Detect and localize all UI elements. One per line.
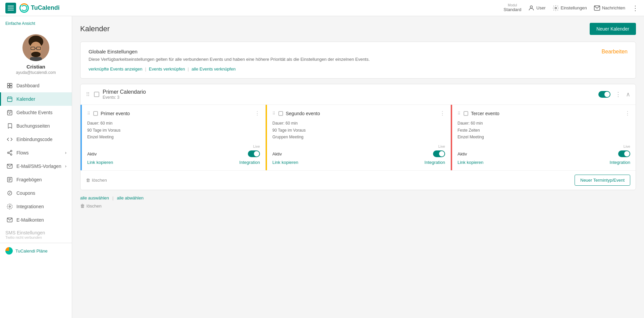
topnav: TuCalendi Modul Standard User Einstellun…: [0, 0, 644, 16]
trash-icon-calendar: 🗑: [86, 178, 90, 183]
mailkonten-icon: [6, 217, 13, 223]
svg-point-1: [530, 6, 533, 8]
sidebar-item-sms: SMS Einstellungen Twilio nicht verbunden: [0, 227, 72, 243]
event-dauer-3: Dauer: 60 min: [458, 121, 483, 126]
plans-label: TuCalendi Pläne: [15, 248, 48, 254]
sidebar-item-gebuchte-events[interactable]: Gebuchte Events: [0, 106, 72, 119]
gs-link-verknüpfte[interactable]: verknüpfte Events anzeigen: [89, 66, 142, 72]
gs-bearbeiten-button[interactable]: Bearbeiten: [602, 49, 628, 55]
event-checkbox-1[interactable]: [93, 111, 98, 116]
calendar-loeschen-button[interactable]: 🗑 löschen: [86, 178, 107, 183]
event-drag-handle-1[interactable]: ⠿: [87, 111, 91, 116]
einstellungen-nav-item[interactable]: Einstellungen: [552, 5, 587, 11]
svg-point-26: [10, 154, 12, 155]
gs-title: Globale Einstellungen: [89, 49, 602, 54]
gs-link-alle[interactable]: alle Events verknüpfen: [192, 66, 236, 72]
sidebar-item-fragebögen[interactable]: Fragebögen: [0, 173, 72, 186]
hamburger-button[interactable]: [5, 3, 16, 13]
main-content: Kalender Neuer Kalender Globale Einstell…: [72, 16, 644, 318]
tucalendi-plans-link[interactable]: TuCalendi Pläne: [5, 247, 66, 255]
gear-icon: [552, 5, 559, 11]
calendar-group-more-button[interactable]: ⋮: [614, 91, 623, 98]
flows-chevron-icon: ›: [65, 150, 66, 155]
calendar-drag-handle[interactable]: ⠿: [86, 91, 91, 98]
calendar-group-header: ⠿ Primer Calendario Events: 3 ⋮ ∧: [80, 84, 636, 105]
sidebar-item-email-sms[interactable]: E-Mail/SMS-Vorlagen ›: [0, 160, 72, 173]
gs-desc: Diese Verfügbarkeitseinstellungen gelten…: [89, 56, 602, 62]
event-card-header-2: ⠿ Segundo evento ⋮: [272, 110, 445, 117]
gs-sep-2: |: [188, 66, 189, 72]
gs-link-verknüpfen[interactable]: Events verknüpfen: [149, 66, 185, 72]
event-title-2: Segundo evento: [286, 111, 320, 116]
event-extra-1: Einzel Meeting: [87, 135, 114, 139]
event-link-kopieren-3[interactable]: Link kopieren: [458, 160, 483, 165]
modul-selector[interactable]: Modul Standard: [503, 4, 521, 12]
svg-point-24: [10, 150, 12, 152]
avatar: [22, 34, 49, 61]
sidebar-item-gebuchte-events-label: Gebuchte Events: [16, 110, 52, 115]
calendar-group-collapse-button[interactable]: ∧: [626, 91, 630, 98]
calendar-group-toggle[interactable]: [598, 91, 610, 98]
user-nav-item[interactable]: User: [528, 5, 545, 11]
event-integration-3[interactable]: Integration: [610, 160, 630, 165]
event-toggle-3[interactable]: [618, 150, 630, 157]
email-sms-icon: [6, 163, 13, 170]
profile-name: Cristian: [26, 64, 45, 70]
event-toggle-1[interactable]: [248, 150, 260, 157]
svg-point-2: [555, 7, 556, 9]
sidebar: Einfache Ansicht: [0, 16, 72, 318]
event-status-row-3: Aktiv: [458, 150, 630, 157]
code-icon: [6, 136, 13, 143]
more-options-button[interactable]: ⋮: [632, 4, 639, 12]
sidebar-item-integrationen[interactable]: Integrationen: [0, 200, 72, 213]
event-voraus-1: 90 Tage im Voraus: [87, 128, 120, 133]
event-more-button-2[interactable]: ⋮: [440, 110, 445, 117]
bookmark-icon: [6, 123, 13, 129]
alle-auswaehlen-link[interactable]: alle auswählen: [80, 195, 109, 200]
sidebar-item-buchungsseiten[interactable]: Buchungsseiten: [0, 119, 72, 133]
topnav-right: Modul Standard User Einstellungen Nachri…: [503, 4, 639, 12]
einfache-ansicht-link[interactable]: Einfache Ansicht: [5, 21, 35, 26]
svg-rect-14: [7, 86, 9, 88]
event-drag-handle-3[interactable]: ⠿: [458, 111, 461, 116]
event-details-1: Dauer: 60 min 90 Tage im Voraus Einzel M…: [87, 120, 260, 140]
sidebar-item-einbindungscode[interactable]: Einbindungscode: [0, 133, 72, 146]
calendar-group-checkbox[interactable]: [94, 92, 99, 97]
alle-abwaehlen-link[interactable]: alle abwählen: [117, 195, 144, 200]
event-link-kopieren-2[interactable]: Link kopieren: [272, 160, 298, 165]
sidebar-item-coupons[interactable]: Coupons: [0, 186, 72, 200]
new-calendar-button[interactable]: Neuer Kalender: [590, 23, 636, 35]
nachrichten-label: Nachrichten: [602, 5, 625, 10]
sidebar-item-dashboard[interactable]: Dashboard: [0, 79, 72, 92]
gs-sep-1: |: [145, 66, 146, 72]
bottom-loeschen-button[interactable]: 🗑 löschen: [80, 203, 102, 209]
sidebar-item-flows[interactable]: Flows ›: [0, 146, 72, 160]
calendar-group-events-count: Events: 3: [103, 95, 146, 100]
logo-area: TuCalendi: [19, 3, 60, 13]
plans-icon: [5, 247, 13, 255]
fragebögen-icon: [6, 176, 13, 183]
event-checkbox-2[interactable]: [278, 111, 283, 116]
gs-body: Globale Einstellungen Diese Verfügbarkei…: [89, 49, 602, 72]
sidebar-item-flows-label: Flows: [16, 150, 29, 155]
event-link-kopieren-1[interactable]: Link kopieren: [87, 160, 113, 165]
neuer-termin-button[interactable]: Neuer Termintyp/Event: [575, 175, 630, 186]
coupons-icon: [6, 190, 13, 196]
event-integration-2[interactable]: Integration: [425, 160, 445, 165]
event-more-button-1[interactable]: ⋮: [255, 110, 260, 117]
event-aktiv-label-1: Aktiv: [87, 151, 97, 156]
bottom-sep: |: [112, 195, 113, 200]
event-more-button-3[interactable]: ⋮: [625, 110, 630, 117]
calendar-check-icon: [6, 109, 13, 116]
event-voraus-2: 90 Tage im Voraus: [272, 128, 306, 133]
sidebar-item-kalender[interactable]: Kalender: [0, 92, 72, 106]
sidebar-item-mailkonten[interactable]: E-Mailkonten: [0, 213, 72, 227]
event-links-row-3: Link kopieren Integration: [458, 160, 630, 165]
nachrichten-nav-item[interactable]: Nachrichten: [594, 5, 625, 11]
event-integration-1[interactable]: Integration: [239, 160, 260, 165]
integrationen-icon: [6, 203, 13, 210]
event-toggle-2[interactable]: [433, 150, 445, 157]
event-card-segundo-evento: ⠿ Segundo evento ⋮ Dauer: 60 min 90 Tage…: [266, 105, 451, 170]
event-checkbox-3[interactable]: [464, 111, 468, 116]
event-drag-handle-2[interactable]: ⠿: [272, 111, 276, 116]
